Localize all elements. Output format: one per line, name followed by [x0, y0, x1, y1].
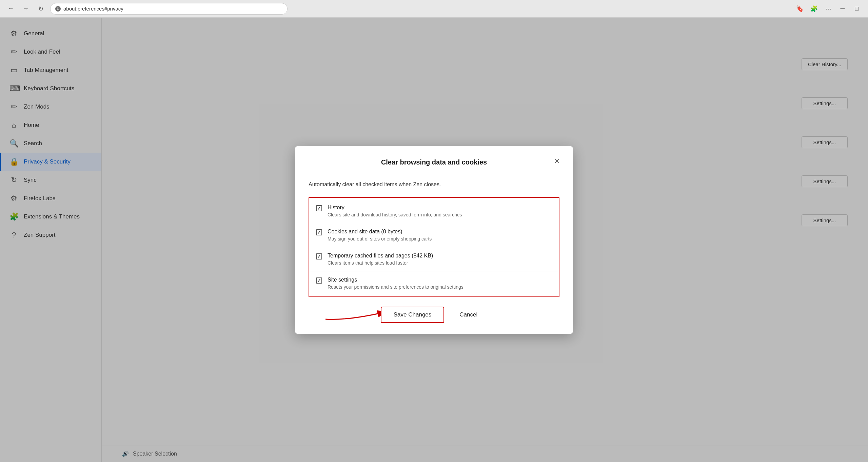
site-settings-desc: Resets your permissions and site prefere…: [328, 284, 552, 290]
dialog-divider: [295, 173, 573, 173]
cookies-content: Cookies and site data (0 bytes) May sign…: [328, 229, 552, 242]
site-settings-checkbox-wrapper[interactable]: [316, 277, 322, 284]
bookmarks-button[interactable]: 🔖: [794, 3, 806, 15]
history-content: History Clears site and download history…: [328, 205, 552, 217]
cache-checkbox-wrapper[interactable]: [316, 253, 322, 259]
reload-button[interactable]: ↻: [35, 3, 46, 14]
site-settings-label: Site settings: [328, 277, 552, 283]
cache-content: Temporary cached files and pages (842 KB…: [328, 253, 552, 266]
checkbox-section: History Clears site and download history…: [309, 197, 559, 297]
site-settings-item: Site settings Resets your permissions an…: [309, 271, 559, 295]
history-label: History: [328, 205, 552, 211]
cookies-desc: May sign you out of sites or empty shopp…: [328, 236, 552, 242]
cancel-button[interactable]: Cancel: [450, 307, 487, 323]
history-checkbox-wrapper[interactable]: [316, 205, 322, 211]
dialog-buttons: Save Changes Cancel: [309, 307, 559, 323]
cache-desc: Clears items that help sites load faster: [328, 260, 552, 266]
cookies-checkbox-wrapper[interactable]: [316, 229, 322, 235]
cache-label: Temporary cached files and pages (842 KB…: [328, 253, 552, 259]
site-settings-content: Site settings Resets your permissions an…: [328, 277, 552, 290]
back-button[interactable]: ←: [5, 3, 16, 14]
modal-overlay[interactable]: Clear browsing data and cookies ✕ Automa…: [0, 18, 868, 462]
cookies-label: Cookies and site data (0 bytes): [328, 229, 552, 235]
site-settings-checkbox[interactable]: [316, 277, 322, 284]
address-text: about:preferences#privacy: [63, 6, 123, 12]
address-bar[interactable]: ⚙ about:preferences#privacy: [50, 3, 288, 15]
dialog-header: Clear browsing data and cookies ✕: [309, 158, 559, 166]
cookies-checkbox[interactable]: [316, 229, 322, 235]
extensions-button[interactable]: 🧩: [808, 3, 820, 15]
history-item: History Clears site and download history…: [309, 199, 559, 223]
clear-data-dialog: Clear browsing data and cookies ✕ Automa…: [295, 146, 573, 334]
cache-item: Temporary cached files and pages (842 KB…: [309, 247, 559, 271]
favicon-icon: ⚙: [55, 6, 61, 12]
dialog-close-button[interactable]: ✕: [551, 156, 562, 167]
cache-checkbox[interactable]: [316, 253, 322, 259]
minimize-button[interactable]: ─: [837, 3, 848, 15]
toolbar-icons: 🔖 🧩 ⋯ ─ □: [794, 3, 863, 15]
maximize-button[interactable]: □: [851, 3, 863, 15]
browser-chrome: ← → ↻ ⚙ about:preferences#privacy 🔖 🧩 ⋯ …: [0, 0, 868, 18]
history-checkbox[interactable]: [316, 205, 322, 211]
save-changes-button[interactable]: Save Changes: [381, 307, 445, 323]
dialog-title: Clear browsing data and cookies: [381, 158, 487, 166]
cookies-item: Cookies and site data (0 bytes) May sign…: [309, 223, 559, 247]
menu-button[interactable]: ⋯: [823, 3, 834, 15]
history-desc: Clears site and download history, saved …: [328, 212, 552, 217]
dialog-subtitle: Automatically clear all checked items wh…: [309, 181, 559, 188]
forward-button[interactable]: →: [20, 3, 31, 14]
